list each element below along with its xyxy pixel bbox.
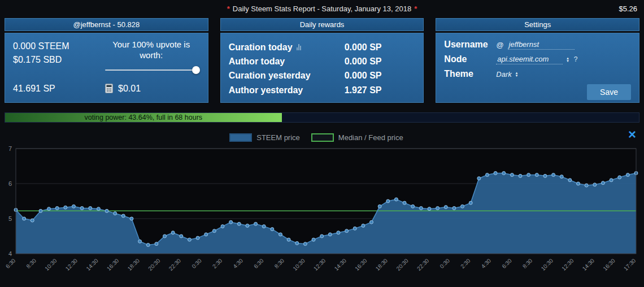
median-price-legend-label: Median / Feed price	[338, 133, 403, 142]
node-select-arrows-icon[interactable]: ▴▾	[567, 56, 569, 62]
voting-power-bar: voting power: 43.64%, full in 68 hours	[5, 112, 639, 123]
svg-text:14:30: 14:30	[85, 257, 99, 272]
svg-text:12:30: 12:30	[560, 257, 575, 272]
slider-track[interactable]	[105, 69, 198, 71]
node-label: Node	[444, 54, 496, 64]
upvote-worth-box: Your 100% upvote is worth:	[103, 40, 200, 74]
svg-text:2:30: 2:30	[459, 257, 472, 269]
table-row: Curation today 0.000 SP	[229, 41, 416, 54]
current-steem-price: $5.26	[619, 5, 637, 13]
svg-text:22:30: 22:30	[416, 257, 430, 272]
settings-panel: Settings Username @ jeffbernst Node api.…	[436, 18, 639, 103]
svg-text:18:30: 18:30	[127, 257, 141, 272]
panels-row: @jeffbernst - 50.828 0.000 STEEM $0.175 …	[0, 17, 644, 103]
svg-text:0:30: 0:30	[190, 257, 203, 269]
topbar: * Daily Steem Stats Report - Saturday, J…	[0, 0, 644, 17]
close-chart-icon[interactable]: ×	[628, 128, 636, 141]
svg-text:16:30: 16:30	[106, 257, 120, 272]
bar-chart-icon	[297, 44, 301, 50]
username-input[interactable]: jeffbernst	[508, 40, 575, 50]
username-field[interactable]: @ jeffbernst	[496, 40, 631, 50]
upvote-value-group: $0.01	[105, 84, 141, 94]
legend-item-median-price[interactable]: Median / Feed price	[311, 133, 415, 142]
sbd-balance: $0.175 SBD	[13, 53, 69, 67]
account-panel-header: @jeffbernst - 50.828	[5, 18, 208, 31]
reward-value: 1.927 SP	[345, 84, 416, 97]
reward-label: Author yesterday	[229, 84, 345, 97]
chart-legend: STEEM price Median / Feed price ×	[5, 130, 639, 145]
at-sign: @	[496, 41, 503, 49]
svg-text:5: 5	[8, 215, 12, 222]
daily-rewards-panel: Daily rewards Curation today 0.000 SP Au…	[220, 18, 424, 103]
svg-text:14:30: 14:30	[581, 257, 596, 272]
svg-text:6:30: 6:30	[253, 257, 265, 269]
account-panel: @jeffbernst - 50.828 0.000 STEEM $0.175 …	[5, 18, 208, 103]
steem-price-legend-label: STEEM price	[256, 133, 300, 142]
svg-text:8:30: 8:30	[25, 257, 37, 269]
svg-text:7: 7	[8, 145, 12, 152]
svg-text:20:30: 20:30	[395, 257, 410, 272]
svg-text:4:30: 4:30	[232, 257, 244, 269]
table-row: Author today 0.000 SP	[229, 55, 416, 68]
legend-item-steem-price[interactable]: STEEM price	[229, 133, 311, 142]
node-help-icon[interactable]: ?	[574, 55, 578, 63]
svg-text:6: 6	[8, 180, 12, 187]
daily-rewards-header: Daily rewards	[220, 18, 424, 31]
svg-text:6:30: 6:30	[5, 257, 17, 269]
svg-text:17:30: 17:30	[623, 257, 637, 272]
svg-text:2:30: 2:30	[211, 257, 224, 269]
reward-value: 0.000 SP	[345, 55, 416, 68]
voting-power-text: voting power: 43.64%, full in 68 hours	[85, 114, 202, 121]
daily-rewards-body: Curation today 0.000 SP Author today 0.0…	[220, 33, 424, 103]
svg-text:4: 4	[8, 250, 12, 257]
upvote-percent-slider[interactable]	[103, 66, 200, 74]
reward-label: Author today	[229, 55, 345, 68]
reward-value: 0.000 SP	[345, 69, 416, 82]
node-select[interactable]: api.steemit.com	[496, 55, 563, 64]
reward-label-text: Curation today	[229, 41, 293, 54]
svg-text:16:30: 16:30	[354, 257, 368, 272]
svg-text:8:30: 8:30	[521, 257, 534, 269]
chart-section: STEEM price Median / Feed price × 45676:…	[0, 130, 644, 280]
svg-text:12:30: 12:30	[64, 257, 79, 272]
reward-value: 0.000 SP	[345, 41, 416, 54]
title-star-left: *	[227, 5, 230, 13]
voting-power-fill: voting power: 43.64%, full in 68 hours	[5, 113, 282, 122]
svg-text:0:30: 0:30	[438, 257, 451, 269]
upvote-worth-label: Your 100% upvote is worth:	[103, 40, 200, 61]
settings-body: Username @ jeffbernst Node api.steemit.c…	[436, 33, 639, 103]
slider-knob[interactable]	[192, 66, 200, 74]
theme-select[interactable]: Dark	[496, 70, 511, 79]
steem-balance: 0.000 STEEM	[13, 40, 69, 53]
steem-price-swatch-icon	[229, 133, 252, 142]
page-title: Daily Steem Stats Report - Saturday, Jan…	[233, 5, 411, 13]
theme-label: Theme	[444, 69, 496, 79]
title-star-right: *	[414, 5, 417, 13]
upvote-value: $0.01	[118, 84, 141, 94]
node-field: api.steemit.com ▴▾ ?	[496, 55, 631, 64]
theme-field: Dark ▴▾	[496, 70, 631, 79]
username-label: Username	[444, 40, 496, 50]
svg-text:12:30: 12:30	[312, 257, 327, 272]
settings-header: Settings	[436, 18, 639, 31]
balances: 0.000 STEEM $0.175 SBD	[13, 40, 69, 74]
svg-text:10:30: 10:30	[43, 257, 58, 272]
save-button[interactable]: Save	[587, 84, 631, 100]
svg-text:20:30: 20:30	[147, 257, 162, 272]
svg-text:6:30: 6:30	[501, 257, 513, 269]
svg-text:16:30: 16:30	[602, 257, 616, 272]
theme-select-arrows-icon[interactable]: ▴▾	[516, 71, 518, 77]
sp-balance: 41.691 SP	[13, 84, 105, 94]
table-row: Curation yesterday 0.000 SP	[229, 69, 416, 82]
svg-text:10:30: 10:30	[291, 257, 306, 272]
price-chart: 45676:308:3010:3012:3014:3016:3018:3020:…	[5, 145, 639, 280]
reward-label: Curation yesterday	[229, 69, 345, 82]
table-row: Author yesterday 1.927 SP	[229, 84, 416, 97]
svg-text:14:30: 14:30	[333, 257, 348, 272]
account-panel-body: 0.000 STEEM $0.175 SBD Your 100% upvote …	[5, 33, 208, 103]
svg-text:22:30: 22:30	[168, 257, 182, 272]
calculator-icon	[105, 84, 113, 93]
reward-label: Curation today	[229, 41, 345, 54]
svg-text:4:30: 4:30	[480, 257, 493, 269]
svg-text:10:30: 10:30	[540, 257, 555, 272]
